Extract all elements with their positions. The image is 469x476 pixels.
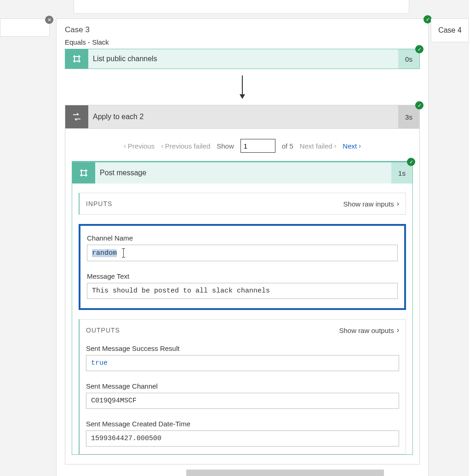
output-success-text: true: [91, 359, 108, 367]
loop-timing: 3s: [398, 105, 419, 128]
chevron-right-icon: ›: [397, 200, 399, 208]
action-header[interactable]: Post message 1s: [72, 162, 412, 184]
pager-next-failed[interactable]: Next failed›: [300, 142, 337, 150]
chevron-right-icon: ›: [359, 142, 361, 149]
raw-outputs-label: Show raw outputs: [339, 327, 394, 334]
connector-label: Equals - Slack: [57, 38, 428, 49]
action-post-message: ✓ Post message 1s INPUTS Show raw inputs…: [72, 161, 413, 455]
loop-label: Apply to each 2: [88, 105, 398, 128]
channel-name-value[interactable]: random: [87, 245, 398, 261]
slack-icon: [72, 162, 95, 184]
output-channel-label: Sent Message Channel: [86, 382, 399, 390]
loop-apply-to-each: ✓ Apply to each 2 3s ‹Previous ‹Previous…: [65, 105, 420, 465]
pager-prev-label: Previous: [128, 142, 154, 150]
pager-previous[interactable]: ‹Previous: [124, 142, 154, 150]
scrollbar[interactable]: [186, 470, 384, 476]
inputs-body-highlight: Channel Name random Message Text This sh…: [79, 224, 406, 310]
chevron-left-icon: ‹: [161, 142, 163, 149]
channel-name-label: Channel Name: [87, 234, 398, 242]
section-title: OUTPUTS: [86, 327, 120, 334]
svg-rect-0: [72, 54, 81, 63]
outputs-section: OUTPUTS Show raw outputs› Sent Message S…: [79, 319, 406, 454]
pager-input[interactable]: [240, 139, 275, 153]
check-icon: ✓: [415, 101, 423, 109]
action-label: Post message: [95, 162, 391, 184]
action-list-channels[interactable]: ✓ List public channels 0s: [65, 49, 420, 69]
chevron-left-icon: ‹: [124, 142, 126, 149]
section-title: INPUTS: [86, 200, 112, 207]
case-title: Case 3: [57, 19, 428, 38]
output-created-value[interactable]: 1599364427.000500: [86, 430, 399, 447]
check-icon: ✓: [415, 45, 423, 53]
output-created-label: Sent Message Created Date-Time: [86, 420, 399, 428]
chevron-right-icon: ›: [397, 326, 399, 334]
case-card-next[interactable]: Case 4: [431, 18, 469, 42]
pager-previous-failed[interactable]: ‹Previous failed: [161, 142, 210, 150]
chevron-right-icon: ›: [334, 142, 337, 149]
close-icon[interactable]: ✕: [45, 16, 53, 24]
check-icon: ✓: [407, 158, 415, 166]
case-card: ✓ Case 3 Equals - Slack ✓ List public ch…: [56, 18, 429, 476]
channel-name-text: random: [92, 249, 117, 257]
output-channel-value[interactable]: C019Q94MSCF: [86, 393, 399, 409]
loop-icon: [65, 105, 88, 128]
arrow-down-icon: [242, 75, 243, 98]
pager-next[interactable]: Next›: [343, 142, 361, 150]
show-raw-outputs[interactable]: Show raw outputs›: [339, 326, 399, 334]
loop-header[interactable]: Apply to each 2 3s: [65, 105, 420, 129]
message-text-value[interactable]: This should be posted to all slack chann…: [87, 283, 398, 299]
pager: ‹Previous ‹Previous failed Show of 5 Nex…: [72, 134, 413, 161]
output-success-label: Sent Message Success Result: [86, 344, 399, 352]
raw-inputs-label: Show raw inputs: [343, 200, 394, 208]
pager-next-label: Next: [343, 142, 357, 150]
show-raw-inputs[interactable]: Show raw inputs›: [343, 200, 399, 208]
pager-next-failed-label: Next failed: [300, 142, 332, 150]
slack-icon: [65, 49, 88, 69]
text-cursor-icon: [123, 249, 124, 257]
message-text-label: Message Text: [87, 272, 398, 280]
action-label: List public channels: [88, 49, 398, 69]
output-success-value[interactable]: true: [86, 355, 399, 371]
svg-rect-1: [79, 168, 88, 178]
inputs-section: INPUTS Show raw inputs›: [79, 193, 406, 215]
pager-of-label: of 5: [282, 142, 293, 150]
pager-show-label: Show: [217, 142, 234, 150]
pager-prev-failed-label: Previous failed: [165, 142, 210, 150]
